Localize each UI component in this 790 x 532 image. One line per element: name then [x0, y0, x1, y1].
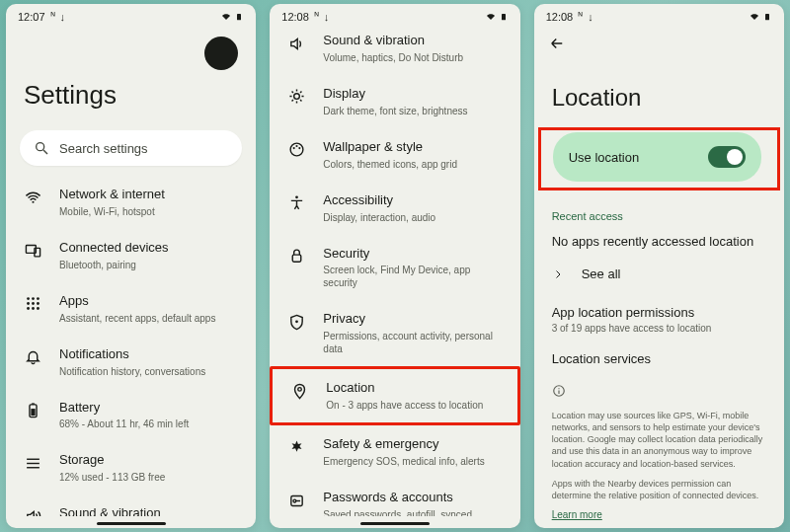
clock: 12:07 [18, 11, 45, 23]
settings-scrolled-screen: 12:08 ᴺ ↓ Sound & vibrationVolume, hapti… [270, 4, 519, 528]
battery-icon [25, 402, 41, 418]
privacy-icon [288, 314, 305, 331]
svg-rect-0 [237, 14, 241, 20]
sound-icon [25, 508, 41, 516]
nfc-icon: ᴺ [50, 10, 55, 23]
page-title: Settings [24, 80, 238, 111]
svg-line-27 [291, 92, 292, 93]
item-sound[interactable]: Sound & vibrationVolume, haptics, Do Not… [6, 494, 256, 516]
battery-icon [499, 13, 509, 21]
header: Settings [6, 27, 256, 114]
highlight-box: Use location [538, 127, 780, 190]
item-network[interactable]: Network & internetMobile, Wi-Fi, hotspot [6, 176, 256, 229]
no-apps-text: No apps recently accessed location [534, 230, 784, 255]
download-icon: ↓ [588, 11, 593, 23]
item-sound[interactable]: Sound & vibrationVolume, haptics, Do Not… [270, 27, 519, 75]
wifi-icon [25, 190, 41, 206]
recent-access-label: Recent access [534, 190, 784, 230]
learn-more-link[interactable]: Learn more [534, 501, 784, 520]
item-privacy[interactable]: PrivacyPermissions, account activity, pe… [270, 300, 519, 366]
svg-point-10 [32, 302, 35, 305]
item-display[interactable]: DisplayDark theme, font size, brightness [270, 75, 519, 128]
svg-point-11 [37, 302, 40, 305]
svg-point-22 [293, 94, 299, 100]
svg-point-1 [37, 143, 44, 151]
disclaimer-text: Location may use sources like GPS, Wi-Fi… [534, 406, 784, 470]
chevron-right-icon [552, 268, 564, 280]
avatar[interactable] [204, 37, 238, 70]
item-passwords[interactable]: Passwords & accountsSaved passwords, aut… [270, 479, 519, 516]
nav-handle[interactable] [360, 522, 430, 525]
svg-point-34 [298, 147, 300, 149]
statusbar: 12:08 ᴺ ↓ [534, 4, 784, 27]
svg-line-2 [43, 150, 47, 154]
clock: 12:08 [546, 11, 574, 23]
page-title: Location [534, 56, 784, 127]
item-wallpaper[interactable]: Wallpaper & styleColors, themed icons, a… [270, 128, 519, 182]
nav-handle[interactable] [97, 522, 166, 525]
svg-point-6 [27, 297, 30, 300]
lock-icon [288, 248, 305, 265]
item-storage[interactable]: Storage12% used - 113 GB free [6, 441, 256, 494]
wifi-icon [486, 13, 496, 21]
statusbar: 12:07 ᴺ ↓ [6, 4, 256, 27]
palette-icon [288, 141, 305, 158]
item-safety[interactable]: Safety & emergencyEmergency SOS, medical… [270, 425, 519, 479]
svg-point-14 [37, 307, 40, 310]
nfc-icon: ᴺ [314, 10, 319, 23]
item-connected[interactable]: Connected devicesBluetooth, pairing [6, 229, 256, 282]
apps-icon [25, 295, 41, 312]
switch-on[interactable] [708, 146, 746, 168]
bell-icon [25, 348, 41, 365]
clock: 12:08 [281, 11, 309, 23]
svg-rect-16 [32, 403, 35, 404]
toggle-label: Use location [569, 150, 640, 165]
search-icon [34, 140, 49, 156]
svg-point-3 [32, 200, 34, 202]
storage-icon [25, 455, 41, 472]
nfc-icon: ᴺ [578, 10, 583, 23]
search-input[interactable]: Search settings [20, 130, 242, 166]
back-icon[interactable] [548, 35, 566, 52]
settings-list: Network & internetMobile, Wi-Fi, hotspot… [6, 176, 256, 516]
statusbar: 12:08 ᴺ ↓ [270, 4, 519, 27]
svg-point-40 [293, 499, 296, 502]
item-battery[interactable]: Battery68% - About 11 hr, 46 min left [6, 389, 256, 442]
svg-rect-36 [292, 255, 301, 262]
see-all-button[interactable]: See all [534, 255, 784, 293]
battery-icon [234, 13, 244, 21]
download-icon: ↓ [324, 11, 330, 23]
item-security[interactable]: SecurityScreen lock, Find My Device, app… [270, 235, 519, 301]
location-services-item[interactable]: Location services [534, 338, 784, 370]
wifi-icon [221, 13, 231, 21]
svg-point-35 [295, 196, 298, 199]
devices-icon [25, 242, 41, 259]
download-icon: ↓ [60, 11, 66, 23]
svg-rect-43 [765, 14, 769, 20]
sound-icon [288, 36, 305, 52]
item-accessibility[interactable]: AccessibilityDisplay, interaction, audio [270, 182, 519, 235]
key-icon [288, 493, 305, 509]
svg-point-8 [37, 297, 40, 300]
svg-line-29 [291, 100, 292, 101]
svg-point-13 [32, 307, 35, 310]
emergency-icon [288, 439, 305, 456]
item-location[interactable]: LocationOn - 3 apps have access to locat… [270, 366, 519, 425]
svg-line-28 [300, 100, 301, 101]
svg-point-33 [295, 145, 297, 147]
location-screen: 12:08 ᴺ ↓ Location Use location Recent a… [534, 4, 784, 528]
app-permissions-item[interactable]: App location permissions 3 of 19 apps ha… [534, 293, 784, 338]
info-icon [552, 384, 566, 398]
item-notifications[interactable]: NotificationsNotification history, conve… [6, 336, 256, 389]
svg-line-30 [300, 92, 301, 93]
svg-point-12 [27, 307, 30, 310]
search-placeholder: Search settings [59, 141, 148, 156]
use-location-toggle[interactable]: Use location [553, 132, 761, 182]
svg-point-37 [295, 320, 298, 323]
svg-point-38 [298, 387, 302, 391]
svg-rect-17 [31, 409, 35, 416]
brightness-icon [288, 88, 305, 105]
svg-point-46 [558, 388, 559, 389]
settings-main-screen: 12:07 ᴺ ↓ Settings Search settings Netwo… [6, 4, 256, 528]
item-apps[interactable]: AppsAssistant, recent apps, default apps [6, 282, 256, 336]
